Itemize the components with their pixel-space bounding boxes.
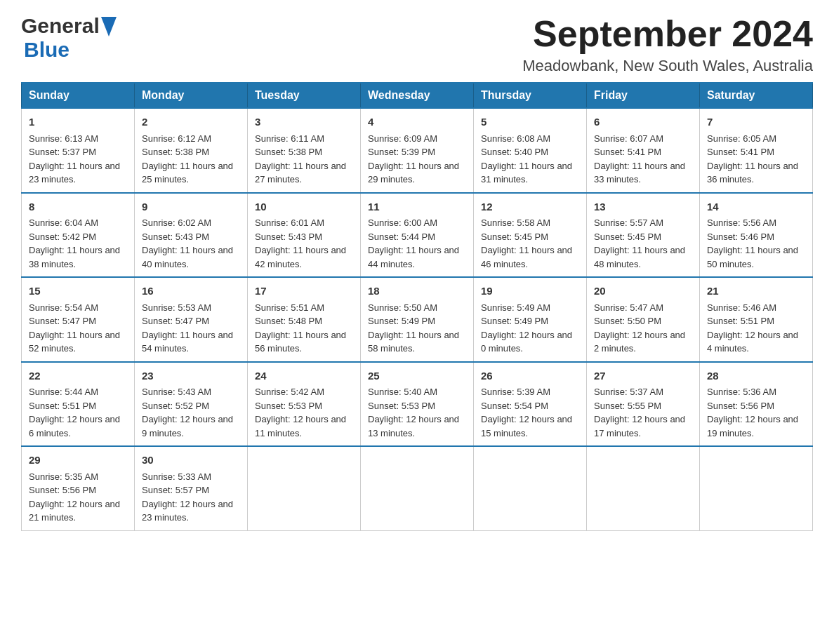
daylight-label: Daylight: 11 hours and 52 minutes.	[29, 330, 120, 354]
daylight-label: Daylight: 11 hours and 44 minutes.	[368, 245, 459, 269]
calendar-header-row: SundayMondayTuesdayWednesdayThursdayFrid…	[22, 83, 813, 108]
calendar-cell: 29 Sunrise: 5:35 AM Sunset: 5:56 PM Dayl…	[22, 446, 135, 530]
day-number: 25	[368, 368, 466, 384]
calendar-week-row: 22 Sunrise: 5:44 AM Sunset: 5:51 PM Dayl…	[22, 362, 813, 447]
sunrise-label: Sunrise: 5:49 AM	[481, 302, 550, 313]
page-header: General Blue September 2024 Meadowbank, …	[21, 14, 813, 75]
calendar-cell: 3 Sunrise: 6:11 AM Sunset: 5:38 PM Dayli…	[248, 108, 361, 193]
calendar-cell: 14 Sunrise: 5:56 AM Sunset: 5:46 PM Dayl…	[700, 193, 813, 278]
day-number: 1	[29, 114, 127, 130]
sunset-label: Sunset: 5:49 PM	[481, 316, 548, 326]
sunset-label: Sunset: 5:42 PM	[29, 232, 96, 242]
sunrise-label: Sunrise: 6:01 AM	[255, 217, 324, 228]
calendar-cell: 18 Sunrise: 5:50 AM Sunset: 5:49 PM Dayl…	[361, 277, 474, 362]
calendar-cell	[361, 446, 474, 530]
sunrise-label: Sunrise: 6:05 AM	[707, 133, 776, 144]
logo-blue: Blue	[24, 38, 70, 62]
day-number: 12	[481, 199, 579, 215]
day-number: 10	[255, 199, 353, 215]
day-number: 28	[707, 368, 805, 384]
calendar-cell	[700, 446, 813, 530]
day-number: 3	[255, 114, 353, 130]
sunrise-label: Sunrise: 5:54 AM	[29, 302, 98, 313]
day-number: 7	[707, 114, 805, 130]
sunset-label: Sunset: 5:40 PM	[481, 147, 548, 157]
day-number: 27	[594, 368, 692, 384]
calendar-cell: 13 Sunrise: 5:57 AM Sunset: 5:45 PM Dayl…	[587, 193, 700, 278]
daylight-label: Daylight: 11 hours and 58 minutes.	[368, 330, 459, 354]
calendar-cell: 4 Sunrise: 6:09 AM Sunset: 5:39 PM Dayli…	[361, 108, 474, 193]
daylight-label: Daylight: 11 hours and 29 minutes.	[368, 161, 459, 185]
calendar-day-header: Thursday	[474, 83, 587, 108]
daylight-label: Daylight: 12 hours and 15 minutes.	[481, 414, 572, 438]
title-block: September 2024 Meadowbank, New South Wal…	[522, 14, 813, 75]
calendar-cell: 16 Sunrise: 5:53 AM Sunset: 5:47 PM Dayl…	[135, 277, 248, 362]
sunrise-label: Sunrise: 5:58 AM	[481, 217, 550, 228]
calendar-cell	[248, 446, 361, 530]
calendar-cell	[474, 446, 587, 530]
calendar-day-header: Sunday	[22, 83, 135, 108]
daylight-label: Daylight: 12 hours and 19 minutes.	[707, 414, 798, 438]
calendar-cell: 6 Sunrise: 6:07 AM Sunset: 5:41 PM Dayli…	[587, 108, 700, 193]
calendar-cell: 2 Sunrise: 6:12 AM Sunset: 5:38 PM Dayli…	[135, 108, 248, 193]
calendar-day-header: Saturday	[700, 83, 813, 108]
sunset-label: Sunset: 5:41 PM	[594, 147, 661, 157]
calendar-cell: 26 Sunrise: 5:39 AM Sunset: 5:54 PM Dayl…	[474, 362, 587, 447]
calendar-cell: 1 Sunrise: 6:13 AM Sunset: 5:37 PM Dayli…	[22, 108, 135, 193]
sunrise-label: Sunrise: 5:44 AM	[29, 387, 98, 397]
calendar-day-header: Monday	[135, 83, 248, 108]
sunset-label: Sunset: 5:50 PM	[594, 316, 661, 326]
sunset-label: Sunset: 5:44 PM	[368, 232, 435, 242]
calendar-week-row: 8 Sunrise: 6:04 AM Sunset: 5:42 PM Dayli…	[22, 193, 813, 278]
sunset-label: Sunset: 5:47 PM	[29, 316, 96, 326]
day-number: 18	[368, 283, 466, 300]
sunrise-label: Sunrise: 5:42 AM	[255, 387, 324, 397]
daylight-label: Daylight: 11 hours and 27 minutes.	[255, 161, 346, 185]
sunset-label: Sunset: 5:49 PM	[368, 316, 435, 326]
sunrise-label: Sunrise: 5:53 AM	[142, 302, 211, 313]
calendar-cell: 17 Sunrise: 5:51 AM Sunset: 5:48 PM Dayl…	[248, 277, 361, 362]
calendar-day-header: Tuesday	[248, 83, 361, 108]
calendar-cell: 5 Sunrise: 6:08 AM Sunset: 5:40 PM Dayli…	[474, 108, 587, 193]
sunset-label: Sunset: 5:47 PM	[142, 316, 209, 326]
day-number: 17	[255, 283, 353, 300]
day-number: 9	[142, 199, 240, 215]
daylight-label: Daylight: 12 hours and 2 minutes.	[594, 330, 685, 354]
day-number: 29	[29, 452, 127, 469]
calendar-cell: 23 Sunrise: 5:43 AM Sunset: 5:52 PM Dayl…	[135, 362, 248, 447]
sunset-label: Sunset: 5:51 PM	[29, 401, 96, 411]
sunrise-label: Sunrise: 5:51 AM	[255, 302, 324, 313]
sunset-label: Sunset: 5:38 PM	[255, 147, 322, 157]
day-number: 13	[594, 199, 692, 215]
calendar-week-row: 1 Sunrise: 6:13 AM Sunset: 5:37 PM Dayli…	[22, 108, 813, 193]
svg-marker-0	[101, 17, 117, 36]
month-title: September 2024	[522, 14, 813, 54]
sunrise-label: Sunrise: 6:07 AM	[594, 133, 663, 144]
sunrise-label: Sunrise: 5:33 AM	[142, 471, 211, 482]
sunset-label: Sunset: 5:51 PM	[707, 316, 774, 326]
day-number: 19	[481, 283, 579, 300]
sunrise-label: Sunrise: 6:08 AM	[481, 133, 550, 144]
day-number: 2	[142, 114, 240, 130]
daylight-label: Daylight: 11 hours and 33 minutes.	[594, 161, 685, 185]
daylight-label: Daylight: 11 hours and 48 minutes.	[594, 245, 685, 269]
daylight-label: Daylight: 12 hours and 9 minutes.	[142, 414, 233, 438]
sunrise-label: Sunrise: 6:02 AM	[142, 217, 211, 228]
daylight-label: Daylight: 12 hours and 6 minutes.	[29, 414, 120, 438]
sunrise-label: Sunrise: 5:47 AM	[594, 302, 663, 313]
sunrise-label: Sunrise: 5:36 AM	[707, 387, 776, 397]
sunrise-label: Sunrise: 6:12 AM	[142, 133, 211, 144]
sunrise-label: Sunrise: 5:40 AM	[368, 387, 437, 397]
calendar-cell: 27 Sunrise: 5:37 AM Sunset: 5:55 PM Dayl…	[587, 362, 700, 447]
sunset-label: Sunset: 5:45 PM	[594, 232, 661, 242]
day-number: 24	[255, 368, 353, 384]
sunset-label: Sunset: 5:56 PM	[707, 401, 774, 411]
calendar-cell: 8 Sunrise: 6:04 AM Sunset: 5:42 PM Dayli…	[22, 193, 135, 278]
calendar-week-row: 15 Sunrise: 5:54 AM Sunset: 5:47 PM Dayl…	[22, 277, 813, 362]
daylight-label: Daylight: 11 hours and 54 minutes.	[142, 330, 233, 354]
daylight-label: Daylight: 11 hours and 36 minutes.	[707, 161, 798, 185]
sunset-label: Sunset: 5:46 PM	[707, 232, 774, 242]
day-number: 11	[368, 199, 466, 215]
daylight-label: Daylight: 12 hours and 17 minutes.	[594, 414, 685, 438]
calendar-cell: 21 Sunrise: 5:46 AM Sunset: 5:51 PM Dayl…	[700, 277, 813, 362]
